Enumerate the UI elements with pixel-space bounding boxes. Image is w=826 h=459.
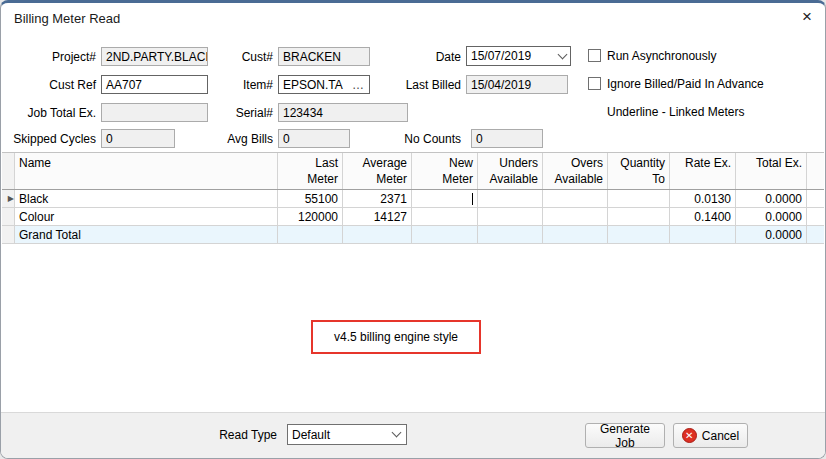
cell-unders — [478, 226, 543, 243]
cell-new-meter[interactable] — [412, 208, 478, 225]
cell-average-meter[interactable]: 2371 — [343, 190, 412, 207]
cell-name[interactable]: Colour — [15, 208, 278, 225]
billing-engine-note-text: v4.5 billing engine style — [334, 330, 458, 344]
grid-row-black[interactable]: ▶ Black 55100 2371 0.0130 0.0000 — [2, 190, 824, 208]
cell-overs[interactable] — [543, 190, 608, 207]
grid-header-unders[interactable]: Unders Available — [478, 153, 543, 189]
cust-ref-label: Cust Ref — [1, 75, 101, 94]
skipped-cycles-label: Skipped Cycles — [1, 129, 101, 148]
cell-new-meter — [412, 226, 478, 243]
cust-field: BRACKEN — [278, 47, 370, 66]
cell-last-meter[interactable]: 120000 — [278, 208, 343, 225]
grid-row-grand-total: Grand Total 0.0000 — [2, 226, 824, 244]
cell-total[interactable]: 0.0000 — [736, 190, 807, 207]
grid-header-total[interactable]: Total Ex. — [736, 153, 807, 189]
cust-label: Cust# — [171, 47, 278, 66]
date-value: 15/07/2019 — [471, 49, 531, 63]
cell-rate[interactable]: 0.0130 — [670, 190, 736, 207]
avg-bills-label: Avg Bills — [171, 129, 278, 148]
job-total-label: Job Total Ex. — [1, 103, 101, 122]
grid-header-row: Name Last Meter Value Average Meter Valu… — [2, 153, 824, 190]
cell-last-meter — [278, 226, 343, 243]
run-asynchronously-checkbox[interactable] — [588, 49, 601, 62]
cell-quantity[interactable] — [608, 208, 670, 225]
cell-overs — [543, 226, 608, 243]
last-billed-field: 15/04/2019 — [466, 75, 568, 94]
text-caret — [472, 193, 473, 205]
cell-total: 0.0000 — [736, 226, 807, 243]
ignore-billed-label: Ignore Billed/Paid In Advance — [607, 75, 764, 92]
read-type-select[interactable]: Default — [287, 424, 407, 445]
underline-linked-meters-note: Underline - Linked Meters — [607, 103, 744, 120]
row-selector — [2, 208, 15, 225]
serial-field: 123434 — [278, 103, 408, 122]
cell-last-meter[interactable]: 55100 — [278, 190, 343, 207]
chevron-down-icon — [558, 49, 568, 59]
grid-selector-header — [2, 153, 15, 189]
date-label: Date — [361, 47, 466, 66]
generate-job-button[interactable]: Generate Job — [585, 423, 665, 448]
skipped-cycles-field: 0 — [101, 129, 175, 148]
no-counts-label: No Counts — [366, 129, 466, 148]
cell-total[interactable]: 0.0000 — [736, 208, 807, 225]
grid-row-colour[interactable]: Colour 120000 14127 0.1400 0.0000 — [2, 208, 824, 226]
row-selector — [2, 226, 15, 243]
billing-meter-read-dialog: Billing Meter Read × Project# 2ND.PARTY.… — [0, 0, 826, 459]
chevron-down-icon — [392, 428, 402, 438]
cell-rate[interactable]: 0.1400 — [670, 208, 736, 225]
cell-quantity[interactable] — [608, 190, 670, 207]
grid-header-quantity[interactable]: Quantity To Be Billed — [608, 153, 670, 189]
cell-quantity — [608, 226, 670, 243]
serial-label: Serial# — [171, 103, 278, 122]
billing-engine-note-box: v4.5 billing engine style — [311, 320, 481, 354]
grid-header-new-meter[interactable]: New Meter Value — [412, 153, 478, 189]
cell-rate — [670, 226, 736, 243]
cell-unders[interactable] — [478, 208, 543, 225]
cancel-label: Cancel — [702, 429, 739, 443]
ignore-billed-checkbox[interactable] — [588, 77, 601, 90]
avg-bills-field: 0 — [278, 129, 350, 148]
grid-header-rate[interactable]: Rate Ex. — [670, 153, 736, 189]
read-type-value: Default — [292, 428, 330, 442]
meters-grid: Name Last Meter Value Average Meter Valu… — [2, 152, 824, 415]
item-label: Item# — [171, 75, 278, 94]
grid-header-last-meter[interactable]: Last Meter Value — [278, 153, 343, 189]
cell-name[interactable]: Black — [15, 190, 278, 207]
cell-new-meter-editing[interactable] — [412, 190, 478, 207]
cell-name: Grand Total — [15, 226, 278, 243]
cancel-button[interactable]: ✕ Cancel — [673, 423, 748, 448]
item-value: EPSON.TA — [283, 78, 343, 92]
cell-overs[interactable] — [543, 208, 608, 225]
read-type-label: Read Type — [182, 425, 282, 444]
cell-average-meter[interactable]: 14127 — [343, 208, 412, 225]
footer-bar: Read Type Default Generate Job ✕ Cancel — [1, 412, 825, 458]
project-label: Project# — [1, 47, 101, 66]
cell-unders[interactable] — [478, 190, 543, 207]
window-title: Billing Meter Read — [14, 11, 120, 26]
item-field[interactable]: EPSON.TA … — [278, 75, 370, 94]
cell-average-meter — [343, 226, 412, 243]
run-asynchronously-label: Run Asynchronously — [607, 47, 716, 64]
no-counts-field: 0 — [471, 129, 543, 148]
cancel-stop-icon: ✕ — [682, 428, 697, 443]
last-billed-label: Last Billed — [361, 75, 466, 94]
grid-header-average-meter[interactable]: Average Meter Value — [343, 153, 412, 189]
grid-header-overs[interactable]: Overs Available — [543, 153, 608, 189]
grid-header-name[interactable]: Name — [15, 153, 278, 189]
date-combobox[interactable]: 15/07/2019 — [466, 46, 571, 66]
row-selector-arrow-icon: ▶ — [2, 190, 15, 207]
close-icon[interactable]: × — [802, 8, 812, 25]
